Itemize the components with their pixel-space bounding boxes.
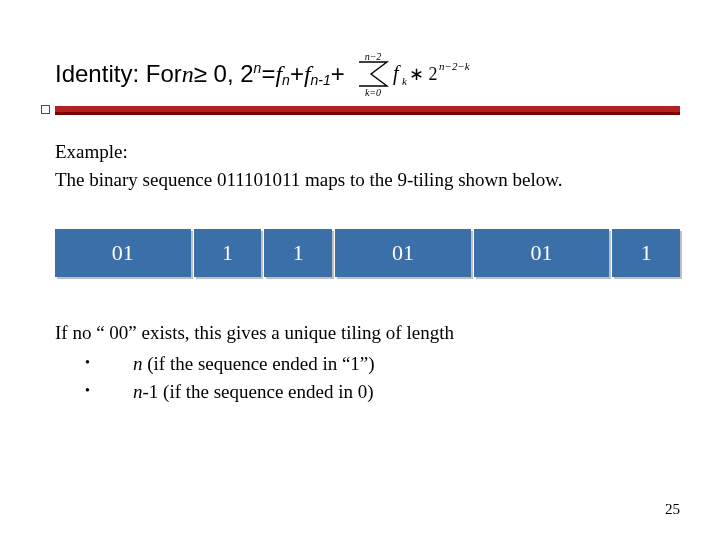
f1: f [275, 61, 282, 88]
svg-text:n−2: n−2 [364, 51, 381, 62]
var-n: n [133, 353, 143, 374]
exp-n: n [254, 60, 262, 76]
tile: 1 [612, 229, 680, 277]
f2-sub: n-1 [311, 72, 331, 88]
tiling-row: 01 1 1 01 01 1 [55, 229, 680, 277]
title-underline [55, 106, 680, 116]
bullet-item: n (if the sequence ended in “1”) [55, 350, 680, 379]
tile: 1 [264, 229, 332, 277]
slide-title: Identity: For n ≥ 0, 2 n = f n + f n-1 +… [55, 50, 680, 98]
example-label: Example: [55, 138, 680, 166]
svg-text:k: k [402, 75, 408, 87]
example-block: Example: The binary sequence 011101011 m… [55, 138, 680, 193]
plus-1: + [290, 60, 304, 88]
f2: f [304, 61, 311, 88]
bullet-item: n-1 (if the sequence ended in 0) [55, 378, 680, 407]
bullet-rest: -1 (if the sequence ended in 0) [143, 381, 374, 402]
post-block: If no “ 00” exists, this gives a unique … [55, 319, 680, 407]
var-n: n [182, 61, 194, 88]
post-intro: If no “ 00” exists, this gives a unique … [55, 319, 680, 348]
svg-text:n−2−k: n−2−k [439, 60, 471, 72]
svg-text:∗ 2: ∗ 2 [409, 64, 438, 84]
svg-text:k=0: k=0 [365, 87, 381, 98]
tile: 1 [194, 229, 262, 277]
page-number: 25 [665, 501, 680, 518]
tile: 01 [474, 229, 610, 277]
bullet-rest: (if the sequence ended in “1”) [143, 353, 375, 374]
tile: 01 [335, 229, 471, 277]
f1-sub: n [282, 72, 290, 88]
summation-icon: n−2 k=0 f k ∗ 2 n−2−k [351, 50, 481, 98]
example-text: The binary sequence 011101011 maps to th… [55, 166, 680, 194]
title-lead: Identity: For [55, 60, 182, 88]
title-geq: ≥ 0, 2 [194, 60, 254, 88]
bullet-square-icon [41, 105, 50, 114]
title-eq: = [261, 60, 275, 88]
svg-text:f: f [393, 62, 401, 85]
tile: 01 [55, 229, 191, 277]
var-n: n [133, 381, 143, 402]
plus-2: + [331, 60, 345, 88]
